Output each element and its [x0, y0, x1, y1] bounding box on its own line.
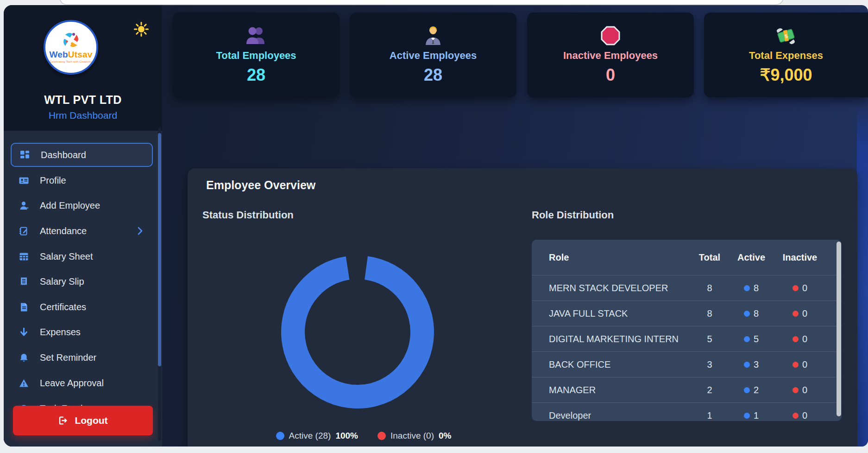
theme-toggle-button[interactable] — [134, 22, 149, 37]
sidebar-item-label: Profile — [40, 175, 66, 186]
total-cell: 2 — [689, 385, 730, 396]
stat-card-total-expenses: $ Total Expenses ₹9,000 — [704, 13, 868, 97]
active-dot — [744, 362, 750, 368]
inactive-dot — [793, 387, 799, 393]
inactive-cell: 0 — [772, 410, 828, 421]
sidebar-item-label: Dashboard — [41, 150, 86, 160]
stat-card-inactive-employees: Inactive Employees 0 — [527, 13, 694, 97]
active-cell: 8 — [730, 308, 772, 319]
total-cell: 5 — [689, 334, 730, 345]
total-cell: 8 — [689, 308, 730, 319]
status-donut-chart — [265, 239, 450, 425]
total-cell: 3 — [689, 359, 730, 370]
sidebar-item-certificates[interactable]: Certificates — [11, 295, 153, 319]
role-cell: BACK OFFICE — [532, 359, 689, 370]
inactive-dot — [793, 336, 799, 342]
sidebar-item-label: Leave Approval — [40, 378, 104, 389]
inactive-cell: 0 — [772, 283, 828, 293]
webutsav-pinwheel-icon — [61, 32, 81, 49]
right-edge-decoration — [857, 105, 868, 447]
busts-icon — [245, 26, 267, 46]
employee-overview-panel: Employee Overview Status Distribution Ro… — [188, 168, 857, 447]
stat-label: Total Employees — [216, 50, 296, 62]
column-header-active: Active — [730, 252, 772, 263]
sidebar: WebUtsav Celebrating Tech with Creativit… — [4, 5, 162, 447]
inactive-dot — [793, 362, 799, 368]
arrow-down-icon — [19, 327, 29, 337]
legend-percentage: 100% — [335, 431, 358, 441]
stat-label: Active Employees — [390, 50, 477, 62]
table-header-row: Role Total Active Inactive — [532, 240, 842, 275]
inactive-cell: 0 — [772, 308, 828, 319]
sidebar-item-set-reminder[interactable]: Set Reminder — [11, 345, 153, 370]
notebook-pen-icon — [19, 226, 29, 236]
money-wings-icon: $ — [775, 26, 797, 46]
sidebar-item-label: Attendance — [40, 226, 87, 236]
role-distribution-heading: Role Distribution — [532, 209, 614, 221]
sidebar-item-label: Salary Sheet — [40, 251, 93, 262]
person-icon — [19, 201, 29, 211]
table-row: Developer 1 1 0 — [532, 402, 842, 421]
inactive-dot — [793, 311, 799, 317]
sidebar-item-dashboard[interactable]: Dashboard — [11, 143, 153, 167]
stat-card-active-employees: Active Employees 28 — [350, 13, 516, 97]
role-cell: JAVA FULL STACK — [532, 308, 689, 319]
sidebar-item-salary-slip[interactable]: Salary Slip — [11, 269, 153, 293]
logout-icon — [58, 415, 68, 426]
active-cell: 3 — [730, 359, 772, 370]
company-logo: WebUtsav Celebrating Tech with Creativit… — [44, 20, 98, 75]
role-distribution-table: Role Total Active Inactive MERN STACK DE… — [532, 240, 842, 421]
browser-dialog-edge — [59, 0, 784, 5]
inactive-cell: 0 — [772, 359, 828, 370]
sidebar-item-label: Expenses — [40, 327, 81, 338]
stat-card-total-employees: Total Employees 28 — [173, 13, 340, 97]
company-name: WTL PVT LTD — [4, 93, 162, 107]
active-cell: 5 — [730, 334, 772, 345]
stat-value: ₹9,000 — [760, 65, 812, 85]
sidebar-item-expenses[interactable]: Expenses — [11, 320, 153, 344]
stat-label: Inactive Employees — [563, 50, 658, 62]
sidebar-item-profile[interactable]: Profile — [11, 168, 153, 192]
sidebar-item-attendance[interactable]: Attendance — [11, 219, 153, 243]
sidebar-item-label: Salary Slip — [40, 276, 84, 287]
sidebar-item-label: Add Employee — [40, 200, 100, 211]
sidebar-item-label: Certificates — [40, 302, 86, 313]
legend-label: Active (28) — [289, 431, 331, 441]
stat-value: 0 — [606, 65, 615, 85]
panel-title: Employee Overview — [206, 179, 315, 192]
total-cell: 8 — [689, 283, 730, 293]
sidebar-scrollbar-thumb[interactable] — [158, 133, 161, 366]
stat-value: 28 — [247, 65, 265, 85]
inactive-cell: 0 — [772, 334, 828, 345]
app-subtitle: Hrm Dashboard — [4, 110, 162, 121]
bell-icon — [19, 353, 29, 363]
receipt-icon — [19, 277, 29, 287]
dashboard-grid-icon — [20, 150, 30, 160]
legend-dot-active — [276, 432, 284, 440]
stat-value: 28 — [424, 65, 442, 85]
active-cell: 8 — [730, 283, 772, 293]
column-header-inactive: Inactive — [772, 252, 828, 263]
warning-triangle-icon — [19, 378, 29, 388]
legend-item-active: Active (28) 100% — [276, 431, 358, 441]
legend-percentage: 0% — [439, 431, 451, 441]
active-dot — [744, 311, 750, 317]
sidebar-item-salary-sheet[interactable]: Salary Sheet — [11, 244, 153, 268]
legend-label: Inactive (0) — [390, 431, 434, 441]
hrm-app-window: WebUtsav Celebrating Tech with Creativit… — [4, 5, 868, 447]
logout-button[interactable]: Logout — [13, 406, 153, 435]
active-dot — [744, 413, 750, 419]
active-cell: 1 — [730, 410, 772, 421]
office-worker-icon — [422, 26, 444, 46]
legend-item-inactive: Inactive (0) 0% — [377, 431, 451, 441]
table-row: MERN STACK DEVELOPER 8 8 0 — [532, 275, 842, 300]
role-cell: Developer — [532, 410, 689, 421]
table-row: MANAGER 2 2 0 — [532, 377, 842, 402]
logo-wordmark: WebUtsav — [49, 50, 92, 60]
sidebar-item-add-employee[interactable]: Add Employee — [11, 193, 153, 217]
table-row: BACK OFFICE 3 3 0 — [532, 351, 842, 377]
table-scrollbar-thumb[interactable] — [837, 242, 841, 416]
sidebar-item-leave-approval[interactable]: Leave Approval — [11, 371, 153, 395]
total-cell: 1 — [689, 410, 730, 421]
logo-tagline: Celebrating Tech with Creativity — [50, 60, 92, 63]
